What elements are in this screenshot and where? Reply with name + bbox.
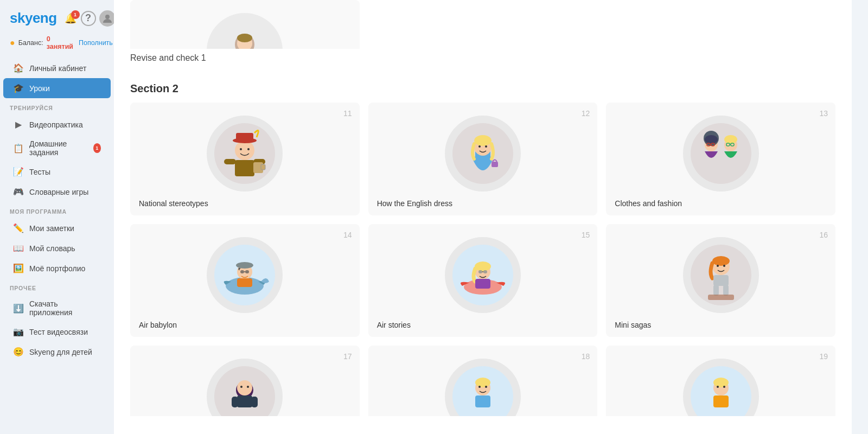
lesson-card-11[interactable]: 11	[130, 103, 360, 215]
svg-point-56	[712, 256, 730, 266]
sidebar-item-kids[interactable]: 😊 Skyeng для детей	[3, 342, 111, 362]
sidebar-item-homework-label: Домашние задания	[29, 139, 85, 157]
lesson-18-image	[376, 353, 590, 416]
sidebar-item-dictionary-label: Мой словарь	[29, 244, 75, 253]
svg-rect-59	[713, 275, 729, 286]
dictionary-icon: 📖	[13, 243, 24, 253]
download-icon: ⬇️	[13, 303, 24, 314]
svg-point-76	[485, 386, 487, 388]
section2-header: Section 2	[130, 72, 835, 103]
revise-card-circle	[207, 13, 283, 49]
sidebar-item-lessons-label: Уроки	[29, 84, 50, 93]
replenish-link[interactable]: Пополнить	[79, 39, 113, 47]
lesson-number-15: 15	[582, 231, 590, 239]
svg-rect-9	[224, 159, 236, 164]
lesson-13-title: Clothes and fashion	[614, 199, 683, 208]
lesson-16-title: Mini sagas	[614, 321, 652, 329]
svg-point-6	[237, 34, 252, 42]
lesson-14-circle	[207, 237, 283, 313]
lesson-12-title: How the English dress	[376, 199, 454, 208]
clothes-fashion-icon	[688, 121, 754, 186]
wordgames-icon: 🎮	[13, 187, 24, 197]
lesson17-character-icon	[212, 364, 277, 416]
sidebar-item-tests[interactable]: 📝 Тесты	[3, 162, 111, 182]
svg-rect-62	[708, 295, 734, 300]
lesson-number-11: 11	[343, 109, 352, 118]
sidebar-item-video-label: Видеопрактика	[29, 120, 83, 129]
revise-check-card[interactable]	[130, 0, 360, 49]
sidebar-item-notes[interactable]: ✏️ Мои заметки	[3, 218, 111, 238]
lesson-14-title: Air babylon	[138, 321, 178, 329]
revise-character-icon	[218, 24, 272, 49]
lesson-16-image	[614, 232, 828, 316]
lesson-11-image	[138, 110, 352, 195]
svg-rect-74	[475, 395, 490, 407]
tests-icon: 📝	[13, 167, 24, 177]
coin-icon: ●	[10, 38, 15, 48]
svg-rect-8	[235, 160, 254, 176]
svg-point-79	[713, 378, 729, 387]
lesson-card-12[interactable]: 12	[368, 103, 598, 215]
portfolio-icon: 🖼️	[13, 263, 24, 273]
lessons-icon: 🎓	[13, 83, 24, 93]
right-panel	[852, 0, 868, 434]
svg-rect-45	[237, 278, 252, 287]
notification-button[interactable]: 🔔 1	[63, 11, 78, 25]
lessons-row-1: 11	[130, 103, 835, 215]
svg-point-57	[717, 265, 719, 267]
sidebar-item-lessons[interactable]: 🎓 Уроки	[3, 78, 111, 98]
sidebar-item-videocall[interactable]: 📷 Тест видеосвязи	[3, 322, 111, 342]
lesson-card-19[interactable]: 19	[606, 346, 835, 416]
lesson-number-19: 19	[819, 352, 828, 361]
sidebar-item-download[interactable]: ⬇️ Скачать приложения	[3, 295, 111, 322]
svg-rect-61	[723, 285, 729, 296]
revise-check-title: Revise and check 1	[130, 49, 835, 63]
svg-rect-44	[237, 263, 252, 267]
svg-rect-13	[236, 133, 253, 141]
sidebar-item-video[interactable]: ▶ Видеопрактика	[3, 114, 111, 135]
lesson-card-18[interactable]: 18	[368, 346, 598, 416]
lesson-card-14[interactable]: 14	[130, 224, 360, 337]
section-train-label: ТРЕНИРУЙСЯ	[0, 98, 114, 114]
sidebar-item-portfolio-label: Моё портфолио	[29, 264, 85, 273]
sidebar-item-download-label: Скачать приложения	[29, 299, 101, 317]
lesson-card-16[interactable]: 16	[606, 224, 835, 337]
lesson-13-circle	[683, 116, 759, 192]
sidebar-item-dictionary[interactable]: 📖 Мой словарь	[3, 238, 111, 258]
sidebar-item-wordgames[interactable]: 🎮 Словарные игры	[3, 182, 111, 202]
svg-point-21	[474, 135, 492, 146]
svg-point-49	[475, 261, 491, 271]
section-program-label: МОЯ ПРОГРАММА	[0, 202, 114, 218]
sidebar-item-personal[interactable]: 🏠 Личный кабинет	[3, 58, 111, 78]
lessons-row-2: 14	[130, 224, 835, 337]
lessons-row-3: 17 18	[130, 346, 835, 416]
help-button[interactable]: ?	[81, 11, 96, 26]
lesson-card-17[interactable]: 17	[130, 346, 360, 416]
lesson19-character-icon	[688, 364, 754, 416]
sidebar-item-notes-label: Мои заметки	[29, 224, 74, 233]
svg-rect-50	[478, 270, 482, 273]
lesson-number-14: 14	[343, 231, 352, 239]
sidebar-item-portfolio[interactable]: 🖼️ Моё портфолио	[3, 258, 111, 278]
lesson-12-image	[376, 110, 590, 195]
svg-rect-17	[261, 164, 265, 170]
english-dress-icon	[450, 121, 515, 186]
section-other-label: ПРОЧЕЕ	[0, 278, 114, 295]
svg-rect-53	[475, 279, 490, 289]
svg-point-25	[691, 123, 751, 184]
sidebar-item-homework[interactable]: 📋 Домашние задания 1	[3, 135, 111, 162]
lesson18-character-icon	[450, 364, 515, 416]
user-icon	[102, 13, 113, 24]
lesson-19-image	[614, 353, 828, 416]
svg-point-75	[478, 386, 481, 388]
logo-text: skyeng	[10, 10, 57, 27]
lesson-15-circle	[445, 237, 521, 313]
lesson-15-title: Air stories	[376, 321, 412, 329]
lesson-13-image	[614, 110, 828, 195]
lesson-card-13[interactable]: 13	[606, 103, 835, 215]
lesson-number-12: 12	[582, 109, 590, 118]
avatar-button[interactable]	[99, 10, 114, 27]
sidebar-item-videocall-label: Тест видеосвязи	[29, 328, 88, 336]
lesson-card-15[interactable]: 15	[368, 224, 598, 337]
svg-point-69	[240, 386, 242, 388]
